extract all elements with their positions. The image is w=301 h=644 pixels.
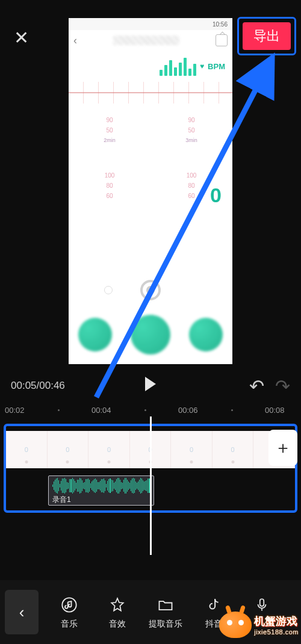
- statusbar: 10:56: [69, 18, 232, 30]
- watermark-url: jixie5188.com: [254, 628, 299, 636]
- redo-button[interactable]: ↷: [275, 376, 290, 397]
- preview-blob: [131, 315, 170, 355]
- svg-rect-2: [260, 599, 264, 606]
- share-icon: [216, 34, 228, 46]
- grid-val: 50: [188, 127, 194, 134]
- grid-val: 60: [106, 193, 113, 199]
- grid-val: 80: [188, 182, 194, 189]
- clip-thumb: 0: [25, 446, 28, 453]
- grid-time: 3min: [185, 137, 197, 143]
- ruler-tick: 00:02: [5, 406, 25, 415]
- ruler-dot: [231, 409, 233, 411]
- record-button-icon: [140, 280, 161, 300]
- clip-thumb: 0: [190, 446, 193, 453]
- watermark: 机蟹游戏 jixie5188.com: [219, 611, 299, 638]
- preview-blob: [189, 318, 223, 351]
- export-button[interactable]: 导出: [243, 22, 291, 50]
- toolbar-label: 提取音乐: [149, 619, 182, 630]
- clip-thumb: 0: [66, 446, 69, 453]
- grid-val: 80: [106, 182, 113, 189]
- playhead[interactable]: [150, 416, 152, 555]
- bpm-label: BPM: [208, 62, 225, 71]
- record-small-icon: [104, 286, 113, 294]
- grid-val: 50: [106, 127, 113, 134]
- watermark-title: 机蟹游戏: [254, 614, 297, 628]
- grid-val: 90: [106, 117, 113, 123]
- audio-clip[interactable]: 录音1: [48, 475, 154, 506]
- ruler-dot: [144, 409, 146, 411]
- grid-time: 2min: [104, 137, 116, 143]
- grid-val: 60: [188, 193, 194, 199]
- export-highlight: 导出: [237, 17, 296, 55]
- statusbar-time: 10:56: [213, 21, 228, 28]
- clip-thumb: 0: [107, 446, 111, 453]
- toolbar-label: 音乐: [61, 619, 78, 630]
- bpm-bars-icon: [160, 57, 196, 76]
- ruler-tick: 00:06: [178, 406, 198, 415]
- ruler-tick: 00:08: [265, 406, 285, 415]
- toolbar-sfx[interactable]: 音效: [94, 595, 141, 630]
- big-number: 0: [210, 184, 222, 207]
- ruler-tick: 00:04: [92, 406, 111, 415]
- play-button[interactable]: [141, 377, 160, 395]
- watermark-logo-icon: [219, 611, 252, 638]
- undo-button[interactable]: ↶: [249, 376, 264, 397]
- preview-title: [113, 36, 179, 45]
- clip-thumb: 0: [231, 446, 235, 453]
- close-button[interactable]: ✕: [8, 25, 34, 50]
- ecg-chart: [69, 82, 232, 104]
- preview-blob: [78, 318, 112, 351]
- toolbar-music[interactable]: 音乐: [46, 595, 93, 630]
- preview-nav: ‹: [69, 30, 232, 51]
- toolbar-extract[interactable]: 提取音乐: [142, 595, 189, 630]
- toolbar-back-button[interactable]: ‹: [5, 590, 39, 634]
- music-note-icon: [59, 595, 79, 615]
- video-preview[interactable]: 10:56 ‹ ♥ BPM 90502min 90503min 1008060 …: [69, 18, 232, 364]
- waveform-icon: [52, 478, 150, 494]
- grid-val: 100: [105, 172, 115, 179]
- toolbar-label: 音效: [109, 619, 126, 630]
- ruler-dot: [58, 409, 60, 411]
- back-chevron-icon: ‹: [73, 34, 77, 47]
- add-clip-button[interactable]: ＋: [270, 431, 296, 465]
- grid-val: 90: [188, 117, 194, 123]
- heart-icon: ♥: [200, 62, 204, 70]
- audio-clip-label: 录音1: [52, 495, 150, 505]
- star-icon: [107, 595, 128, 615]
- folder-icon: [155, 595, 176, 615]
- grid-val: 100: [187, 172, 197, 179]
- play-icon: [145, 377, 156, 391]
- time-display: 00:05/00:46: [11, 380, 65, 392]
